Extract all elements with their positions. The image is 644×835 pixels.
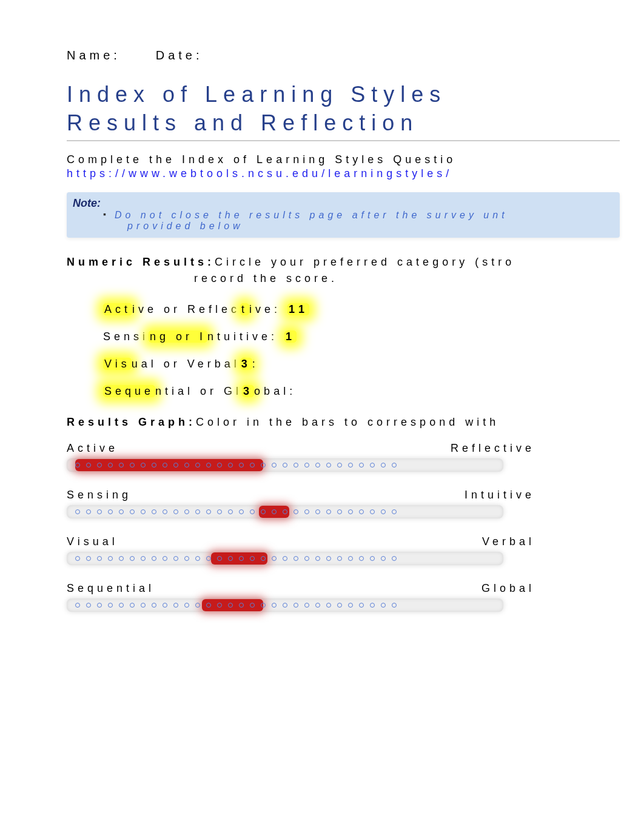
tick-icon bbox=[392, 556, 397, 561]
hl: ng or I bbox=[149, 330, 207, 343]
tick-icon bbox=[370, 463, 375, 468]
bar-wrap: SensingIntuitive bbox=[67, 489, 620, 518]
tick-icon bbox=[217, 603, 222, 608]
graph-heading-rest: Color in the bars to correspond with bbox=[196, 416, 499, 428]
tick-icon bbox=[152, 463, 156, 468]
score: 1 bbox=[284, 330, 297, 343]
hl: Act bbox=[103, 303, 132, 315]
tick-icon bbox=[228, 509, 233, 514]
label-right: Global bbox=[481, 582, 535, 595]
tick-icon bbox=[141, 509, 146, 514]
tick-icon bbox=[326, 556, 331, 561]
bar-track bbox=[67, 458, 503, 472]
tick-icon bbox=[315, 463, 320, 468]
tick-icon bbox=[108, 603, 113, 608]
note-body: ▪Do not close the results page after the… bbox=[73, 210, 614, 232]
bar-wrap: VisualVerbal bbox=[67, 535, 620, 565]
txt: ntial or Gl bbox=[155, 385, 242, 397]
tick-icon bbox=[337, 603, 342, 608]
score: 3 bbox=[242, 385, 254, 397]
numeric-item-visual: Visual or Verbal3: bbox=[103, 358, 620, 371]
tick-icon bbox=[173, 463, 178, 468]
tick-icon bbox=[283, 463, 287, 468]
graph-heading-bold: Results Graph: bbox=[67, 416, 196, 428]
tick-icon bbox=[337, 509, 342, 514]
tick-icon bbox=[75, 509, 80, 514]
bullet-icon: ▪ bbox=[103, 210, 115, 219]
tick-icon bbox=[130, 603, 135, 608]
numeric-heading-bold: Numeric Results: bbox=[67, 256, 215, 268]
tick-icon bbox=[108, 509, 113, 514]
tick-icon bbox=[152, 556, 156, 561]
tick-icon bbox=[141, 463, 146, 468]
tick-icon bbox=[130, 463, 135, 468]
tick-icon bbox=[163, 603, 167, 608]
tick-icon bbox=[119, 556, 124, 561]
label-right: Verbal bbox=[482, 535, 535, 548]
numeric-item-sensing: Sensing or Intuitive: 1 bbox=[103, 330, 620, 343]
survey-url[interactable]: https://www.webtools.ncsu.edu/learningst… bbox=[67, 167, 620, 180]
tick-icon bbox=[228, 603, 233, 608]
tick-icon bbox=[359, 556, 364, 561]
pair-labels: VisualVerbal bbox=[67, 535, 620, 548]
tick-icon bbox=[315, 603, 320, 608]
tick-icon bbox=[392, 509, 397, 514]
tick-icon bbox=[381, 603, 386, 608]
tick-icon bbox=[326, 603, 331, 608]
numeric-sub: record the score. bbox=[67, 272, 620, 285]
numeric-item-sequential: Sequential or Gl3obal: bbox=[103, 385, 620, 398]
tick-icon bbox=[97, 463, 102, 468]
hl: Seque bbox=[103, 385, 155, 397]
tick-icon bbox=[250, 463, 255, 468]
tick-icon bbox=[261, 556, 266, 561]
graph-area: ActiveReflectiveSensingIntuitiveVisualVe… bbox=[67, 442, 620, 612]
tick-icon bbox=[217, 463, 222, 468]
tick-icon bbox=[217, 509, 222, 514]
header-line: Name: Date: bbox=[67, 49, 620, 62]
tick-icon bbox=[86, 463, 91, 468]
tick-icon bbox=[359, 509, 364, 514]
tick-row bbox=[67, 599, 503, 612]
title-line-1: Index of Learning Styles bbox=[67, 82, 446, 107]
bar-wrap: ActiveReflective bbox=[67, 442, 620, 472]
tick-icon bbox=[381, 509, 386, 514]
label-right: Reflective bbox=[451, 442, 535, 455]
bar-track bbox=[67, 599, 503, 612]
tick-icon bbox=[381, 556, 386, 561]
tick-icon bbox=[315, 556, 320, 561]
tick-icon bbox=[392, 603, 397, 608]
tick-icon bbox=[97, 603, 102, 608]
tick-icon bbox=[184, 556, 189, 561]
tick-icon bbox=[97, 509, 102, 514]
numeric-item-active: Active or Reflective: 11 bbox=[103, 303, 620, 316]
date-label: Date: bbox=[156, 49, 203, 62]
note-line-1: Do not close the results page after the … bbox=[115, 210, 508, 220]
tick-icon bbox=[206, 556, 211, 561]
label-right: Intuitive bbox=[465, 489, 535, 501]
tick-icon bbox=[348, 509, 353, 514]
tick-icon bbox=[108, 556, 113, 561]
tick-icon bbox=[239, 463, 244, 468]
tick-icon bbox=[152, 603, 156, 608]
tick-icon bbox=[130, 509, 135, 514]
tick-icon bbox=[359, 603, 364, 608]
tick-icon bbox=[163, 463, 167, 468]
txt: ive or Reflec bbox=[132, 303, 240, 315]
tick-icon bbox=[272, 603, 277, 608]
tick-icon bbox=[370, 509, 375, 514]
tick-icon bbox=[304, 463, 309, 468]
tick-icon bbox=[261, 603, 266, 608]
tick-icon bbox=[228, 556, 233, 561]
tick-icon bbox=[239, 603, 244, 608]
tick-icon bbox=[75, 556, 80, 561]
title-line-2: Results and Reflection bbox=[67, 110, 418, 135]
tick-icon bbox=[261, 463, 266, 468]
score: 3 bbox=[240, 358, 252, 370]
tick-icon bbox=[293, 603, 298, 608]
tick-icon bbox=[272, 556, 277, 561]
tick-icon bbox=[261, 509, 266, 514]
tick-icon bbox=[381, 463, 386, 468]
tick-icon bbox=[370, 603, 375, 608]
hl: Vis bbox=[103, 358, 132, 370]
tick-icon bbox=[348, 463, 353, 468]
